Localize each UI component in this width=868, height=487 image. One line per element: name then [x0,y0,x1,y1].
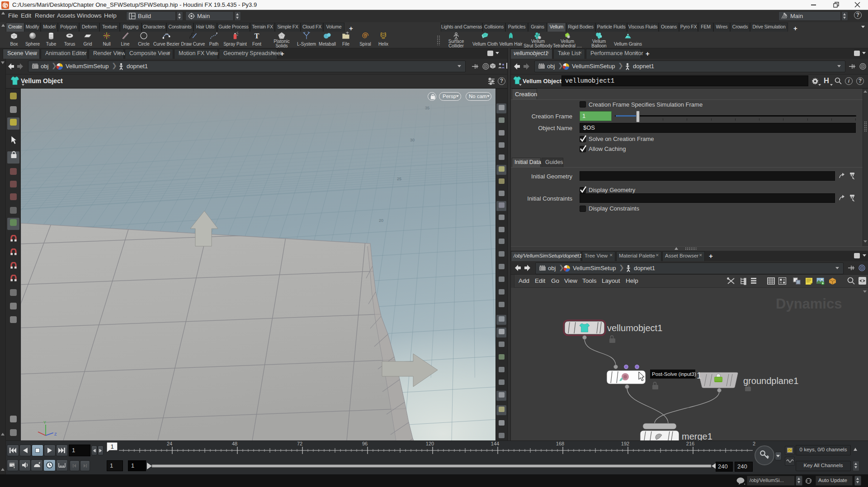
svg-text:Z: Z [54,432,57,436]
svg-text:72: 72 [297,441,302,446]
svg-text:35: 35 [425,106,429,110]
svg-text:120: 120 [426,441,434,446]
svg-text:20: 20 [379,218,383,223]
svg-text:vellumobject1: vellumobject1 [607,323,662,333]
svg-text:1: 1 [110,443,113,450]
svg-text:96: 96 [362,441,368,446]
svg-text:48: 48 [232,441,237,446]
svg-text:merge1: merge1 [682,431,712,440]
svg-text:1: 1 [697,370,702,380]
svg-text:Y: Y [43,420,46,425]
svg-text:Post-Solve (input3): Post-Solve (input3) [652,371,696,377]
svg-text:144: 144 [491,441,499,446]
svg-text:168: 168 [556,441,564,446]
svg-text:216: 216 [686,441,694,446]
svg-text:192: 192 [621,441,629,446]
svg-text:24: 24 [167,441,172,446]
svg-text:25: 25 [397,177,401,181]
svg-text:Dynamics: Dynamics [776,296,842,312]
svg-text:30: 30 [410,138,415,142]
svg-text:groundplane1: groundplane1 [743,376,798,386]
svg-text:2: 2 [753,441,755,446]
